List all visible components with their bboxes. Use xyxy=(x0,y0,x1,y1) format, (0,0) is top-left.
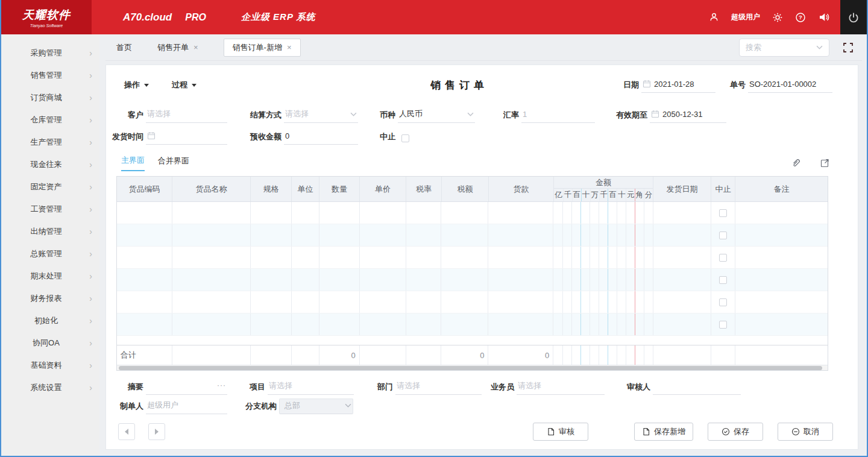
sidebar-item-4[interactable]: 生产管理 › xyxy=(6,131,99,153)
table-row[interactable] xyxy=(117,314,828,336)
ship-time-input[interactable] xyxy=(146,129,227,145)
grid-cell[interactable] xyxy=(441,224,488,246)
table-row[interactable] xyxy=(117,269,828,291)
grid-cell[interactable] xyxy=(172,314,251,335)
prev-record-button[interactable] xyxy=(118,423,135,440)
sidebar-item-8[interactable]: 出纳管理 › xyxy=(6,220,99,242)
abort-checkbox[interactable] xyxy=(401,134,409,142)
grid-cell[interactable] xyxy=(319,224,360,246)
project-input[interactable]: 请选择 xyxy=(268,379,354,395)
expand-icon[interactable] xyxy=(820,158,830,168)
grid-cell[interactable] xyxy=(360,202,406,224)
sidebar-item-13[interactable]: 协同OA › xyxy=(6,332,99,354)
grid-cell[interactable] xyxy=(441,202,488,224)
close-icon[interactable]: × xyxy=(287,43,292,52)
grid-cell[interactable] xyxy=(117,247,172,268)
grid-cell[interactable] xyxy=(319,314,360,335)
grid-cell[interactable] xyxy=(172,247,251,268)
grid-cell[interactable] xyxy=(319,202,360,224)
grid-cell[interactable] xyxy=(406,291,442,313)
current-user-label[interactable]: 超级用户 xyxy=(731,12,760,22)
grid-cell[interactable] xyxy=(735,247,828,268)
sidebar-item-10[interactable]: 期末处理 › xyxy=(6,265,99,287)
grid-cell[interactable] xyxy=(653,247,711,268)
grid-cell[interactable] xyxy=(172,224,251,246)
grid-cell[interactable] xyxy=(441,269,488,291)
grid-cell[interactable] xyxy=(735,269,828,291)
grid-cell[interactable] xyxy=(319,291,360,313)
customer-input[interactable]: 请选择 xyxy=(146,107,227,123)
column-header[interactable]: 货品名称 xyxy=(172,177,251,201)
power-button[interactable] xyxy=(840,0,867,34)
grid-cell[interactable] xyxy=(251,202,292,224)
column-header[interactable]: 单价 xyxy=(360,177,406,201)
branch-select[interactable]: 总部 xyxy=(279,399,353,414)
attachment-icon[interactable] xyxy=(791,158,801,168)
currency-select[interactable]: 人民币 xyxy=(398,107,475,123)
speaker-icon[interactable] xyxy=(818,11,829,23)
exchange-rate-input[interactable]: 1 xyxy=(521,107,595,123)
fullscreen-icon[interactable] xyxy=(843,42,854,53)
grid-cell[interactable] xyxy=(172,269,251,291)
close-icon[interactable]: × xyxy=(193,43,198,52)
save-new-button[interactable]: 保存新增 xyxy=(634,423,693,441)
grid-cell[interactable] xyxy=(292,291,319,313)
grid-cell[interactable] xyxy=(653,202,711,224)
order-no-input[interactable]: SO-2021-01-00002 xyxy=(748,77,832,93)
grid-cell[interactable] xyxy=(292,202,319,224)
grid-cell[interactable] xyxy=(292,224,319,246)
grid-cell[interactable] xyxy=(441,291,488,313)
grid-cell[interactable] xyxy=(292,247,319,268)
more-ellipsis-button[interactable]: ··· xyxy=(217,381,226,391)
settlement-select[interactable]: 请选择 xyxy=(284,107,358,123)
gear-icon[interactable] xyxy=(772,12,783,23)
grid-cell[interactable] xyxy=(251,291,292,313)
scrollbar-thumb[interactable] xyxy=(119,366,822,370)
grid-cell[interactable] xyxy=(251,269,292,291)
grid-cell[interactable] xyxy=(292,269,319,291)
grid-cell[interactable] xyxy=(360,247,406,268)
row-abort-checkbox[interactable] xyxy=(719,254,727,262)
grid-cell[interactable] xyxy=(319,269,360,291)
grid-cell[interactable] xyxy=(488,291,553,313)
table-row[interactable] xyxy=(117,247,828,269)
save-button[interactable]: 保存 xyxy=(708,423,763,441)
row-abort-checkbox[interactable] xyxy=(719,276,727,284)
grid-cell[interactable] xyxy=(172,291,251,313)
grid-cell[interactable] xyxy=(441,314,488,335)
action-menu[interactable]: 操作 xyxy=(124,80,149,90)
grid-cell[interactable] xyxy=(117,269,172,291)
grid-cell[interactable] xyxy=(360,314,406,335)
grid-cell[interactable] xyxy=(360,291,406,313)
grid-cell[interactable] xyxy=(117,202,172,224)
column-header[interactable]: 备注 xyxy=(735,177,828,201)
grid-cell[interactable] xyxy=(653,314,711,335)
grid-cell[interactable] xyxy=(319,247,360,268)
summary-input[interactable]: ··· xyxy=(146,379,227,395)
column-header[interactable]: 数量 xyxy=(319,177,360,201)
help-icon[interactable]: ? xyxy=(795,12,806,23)
grid-cell[interactable] xyxy=(406,314,442,335)
row-abort-checkbox[interactable] xyxy=(719,232,727,239)
grid-cell[interactable] xyxy=(117,224,172,246)
sidebar-item-12[interactable]: 初始化 › xyxy=(6,309,99,332)
valid-until-input[interactable]: 2050-12-31 xyxy=(650,107,726,123)
grid-cell[interactable] xyxy=(488,224,553,246)
grid-cell[interactable] xyxy=(251,247,292,268)
column-header[interactable]: 发货日期 xyxy=(653,177,711,201)
tab-main-view[interactable]: 主界面 xyxy=(121,155,145,171)
grid-cell[interactable] xyxy=(735,224,828,246)
grid-cell[interactable] xyxy=(406,202,442,224)
column-header[interactable]: 税率 xyxy=(406,177,442,201)
grid-cell[interactable] xyxy=(360,224,406,246)
grid-cell[interactable] xyxy=(735,291,828,313)
grid-cell[interactable] xyxy=(117,314,172,335)
grid-cell[interactable] xyxy=(441,247,488,268)
grid-cell[interactable] xyxy=(251,224,292,246)
grid-cell[interactable] xyxy=(406,247,442,268)
sidebar-item-3[interactable]: 仓库管理 › xyxy=(6,109,99,131)
auditor-input[interactable] xyxy=(653,379,741,395)
date-input[interactable]: 2021-01-28 xyxy=(641,77,715,93)
row-abort-checkbox[interactable] xyxy=(719,298,727,306)
table-row[interactable] xyxy=(117,202,828,224)
